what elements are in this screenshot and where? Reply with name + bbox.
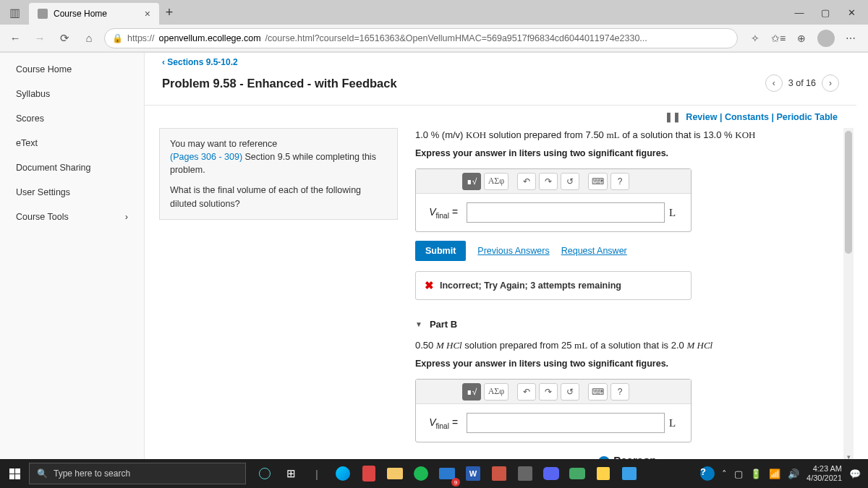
ref-pages-link[interactable]: (Pages 306 - 309) [170,152,242,162]
notes-icon[interactable] [592,462,615,485]
search-placeholder: Type here to search [54,468,130,479]
problem-title: Problem 9.58 - Enhanced - with Feedback [162,77,397,90]
sidebar-label: Document Sharing [16,163,91,173]
review-link[interactable]: Review [686,112,717,122]
word-icon[interactable]: W [461,462,485,485]
redo-button-b[interactable]: ↷ [539,383,558,401]
discord-icon[interactable] [540,462,563,485]
tray-battery-icon[interactable]: 🔋 [750,468,762,479]
cortana-icon[interactable] [253,462,276,485]
part-b-answer-box: ∎√ ΑΣφ ↶ ↷ ↺ ⌨ ? Vfinal = L [415,379,692,442]
sidebar-item-user-settings[interactable]: User Settings [0,180,144,205]
part-b-answer-input[interactable] [467,413,665,433]
taskbar-clock[interactable]: 4:23 AM 4/30/2021 [807,464,842,483]
windows-logo-icon [9,468,20,479]
tray-display-icon[interactable]: ▢ [734,468,743,479]
tab-favicon [38,9,48,19]
pager-text: 3 of 16 [788,78,816,88]
part-b-header[interactable]: ▼ Part B [415,300,839,338]
task-view-icon[interactable]: ⊞ [279,462,302,485]
scrollbar-thumb[interactable] [845,131,852,254]
pager-prev-button[interactable]: ‹ [765,74,783,92]
notifications-icon[interactable]: 💬 [849,468,861,479]
undo-button-b[interactable]: ↶ [517,383,536,401]
photos-icon[interactable] [618,462,641,485]
tracking-icon[interactable]: ✧ [748,31,762,46]
new-tab-button[interactable]: + [159,5,179,20]
templates-button-b[interactable]: ∎√ [462,383,481,401]
help-button-b[interactable]: ? [610,383,629,401]
submit-button[interactable]: Submit [415,241,466,261]
content-scrollbar[interactable]: ▾ [843,128,854,459]
breadcrumb-back[interactable]: ‹ Sections 9.5-10.2 [145,53,856,69]
url-prefix: https:// [127,33,155,43]
constants-link[interactable]: Constants [725,112,769,122]
store-icon[interactable] [514,462,537,485]
reset-button-b[interactable]: ↺ [561,383,579,401]
part-a-question: 1.0 % (m/v) KOH solution prepared from 7… [415,128,839,142]
refresh-button[interactable]: ⟳ [55,29,74,48]
incorrect-icon: ✖ [425,279,434,292]
pager-next-button[interactable]: › [822,74,839,92]
templates-button[interactable]: ∎√ [462,173,481,190]
maximize-button[interactable]: ▢ [819,7,832,18]
tray-help-icon[interactable]: ? [700,466,715,481]
part-a-instruction: Express your answer in liters using two … [415,142,839,168]
sidebar-item-course-tools[interactable]: Course Tools› [0,205,144,229]
reset-button[interactable]: ↺ [561,173,579,190]
camera-icon[interactable] [566,462,589,485]
answer-unit: L [669,207,691,219]
undo-button[interactable]: ↶ [517,173,536,190]
minimize-button[interactable]: — [793,7,806,18]
mail-badge: 9 [451,478,460,487]
part-b-question: 0.50 M HCl solution prepared from 25 mL … [415,338,839,353]
close-window-button[interactable]: ✕ [845,7,858,18]
spotify-icon[interactable] [409,462,433,485]
browser-tab[interactable]: Course Home × [29,3,159,25]
tray-wifi-icon[interactable]: 📶 [769,468,780,479]
mail-icon[interactable]: 9 [435,462,459,485]
url-path: /course.html?courseId=16516363&OpenVellu… [265,33,647,43]
sidebar-item-syllabus[interactable]: Syllabus [0,82,144,106]
tray-chevron-icon[interactable]: ˄ [722,468,727,479]
back-button[interactable]: ← [6,29,25,48]
collections-icon[interactable]: ⊕ [794,31,809,46]
forward-button[interactable]: → [30,29,49,48]
pause-icon[interactable]: ❚❚ [665,112,681,122]
symbols-button[interactable]: ΑΣφ [484,173,509,190]
periodic-table-link[interactable]: Periodic Table [776,112,838,122]
part-a-answer-input[interactable] [467,202,665,223]
tab-manager-icon[interactable]: ▥ [0,6,29,20]
app-icon-red[interactable] [357,462,380,485]
address-bar[interactable]: 🔒 https://openvellum.ecollege.com/course… [104,28,738,48]
ref-line3: What is the final volume of each of the … [170,184,387,210]
file-explorer-icon[interactable] [383,462,407,485]
close-tab-icon[interactable]: × [145,8,150,20]
request-answer-link[interactable]: Request Answer [561,246,627,256]
url-domain: openvellum.ecollege.com [159,33,261,43]
sidebar-item-course-home[interactable]: Course Home [0,57,144,82]
calc-icon[interactable] [488,462,511,485]
course-sidebar: Course Home Syllabus Scores eText Docume… [0,53,145,459]
menu-icon[interactable]: ⋯ [843,31,858,46]
help-button[interactable]: ? [610,173,629,190]
part-b-title: Part B [430,319,457,330]
favorites-icon[interactable]: ✩≡ [771,31,786,46]
scroll-down-icon[interactable]: ▾ [843,452,854,459]
profile-avatar[interactable] [817,30,835,47]
previous-answers-link[interactable]: Previous Answers [477,246,549,256]
tray-volume-icon[interactable]: 🔊 [788,468,799,479]
symbols-button-b[interactable]: ΑΣφ [484,383,509,401]
start-button[interactable] [0,468,29,479]
sidebar-item-etext[interactable]: eText [0,131,144,155]
redo-button[interactable]: ↷ [539,173,558,190]
sidebar-item-scores[interactable]: Scores [0,106,144,131]
edge-icon[interactable] [331,462,354,485]
keyboard-button-b[interactable]: ⌨ [588,383,608,401]
taskbar-search[interactable]: 🔍 Type here to search [29,463,246,484]
sidebar-item-document-sharing[interactable]: Document Sharing [0,155,144,180]
ref-line1: You may want to reference [170,137,387,150]
keyboard-button[interactable]: ⌨ [588,173,608,190]
answer-var-label-b: Vfinal = [416,416,462,430]
home-button[interactable]: ⌂ [80,29,98,48]
